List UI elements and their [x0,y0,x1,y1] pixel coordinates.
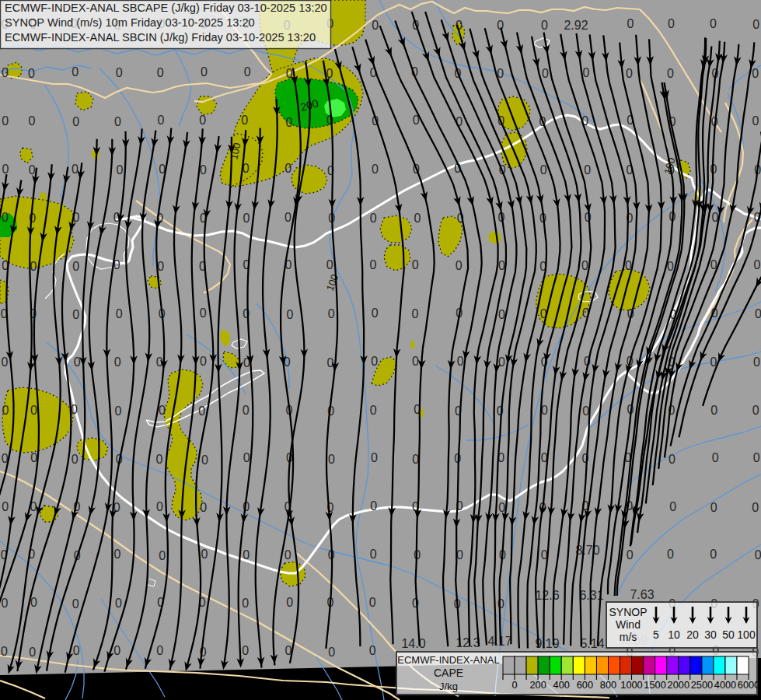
svg-text:0: 0 [712,451,719,464]
svg-text:0: 0 [113,644,120,657]
svg-text:50: 50 [722,628,735,641]
svg-text:0: 0 [668,17,675,30]
svg-text:0: 0 [328,646,335,659]
svg-text:0: 0 [198,404,205,418]
svg-text:0: 0 [72,597,79,611]
svg-text:0: 0 [411,307,418,320]
svg-text:0: 0 [155,453,162,466]
svg-text:0: 0 [582,66,589,79]
svg-text:0: 0 [72,453,79,466]
svg-text:1000: 1000 [620,679,642,691]
svg-text:0: 0 [627,17,634,30]
svg-text:0: 0 [201,65,208,79]
svg-text:0: 0 [752,501,759,514]
svg-text:0: 0 [456,259,463,272]
svg-text:0: 0 [28,114,35,128]
svg-text:0: 0 [542,67,549,80]
svg-text:0: 0 [113,548,120,561]
svg-text:0: 0 [201,453,208,467]
svg-text:0: 0 [412,258,419,271]
svg-text:2000: 2000 [668,679,689,691]
svg-text:ECMWF-INDEX-ANAL SBCAPE (J/kg): ECMWF-INDEX-ANAL SBCAPE (J/kg) Friday 03… [5,2,327,14]
svg-text:100: 100 [737,628,756,641]
svg-text:200: 200 [529,679,546,691]
svg-text:SYNOP Wind (m/s) 10m Friday 03: SYNOP Wind (m/s) 10m Friday 03-10-2025 1… [5,16,255,29]
svg-text:0: 0 [369,644,376,657]
svg-text:0: 0 [159,404,166,417]
svg-text:0: 0 [1,597,8,610]
svg-text:0: 0 [412,355,419,368]
svg-text:30: 30 [704,628,717,641]
svg-text:0: 0 [369,596,376,609]
svg-text:600: 600 [577,679,593,691]
svg-text:0: 0 [371,451,378,464]
svg-text:0: 0 [710,404,717,417]
svg-text:0: 0 [2,404,9,417]
svg-text:CAPE: CAPE [434,667,463,679]
svg-text:0: 0 [581,259,588,272]
svg-text:0: 0 [243,548,250,562]
svg-text:0: 0 [200,501,207,514]
svg-text:0: 0 [667,67,674,80]
svg-text:0: 0 [372,19,379,32]
svg-text:0: 0 [1,355,8,369]
svg-text:0: 0 [627,548,634,562]
svg-text:0: 0 [753,355,760,369]
svg-text:ECMWF-INDEX-ANAL SBCIN (J/kg): ECMWF-INDEX-ANAL SBCIN (J/kg) Friday 03-… [5,31,316,44]
svg-text:0: 0 [710,17,717,30]
svg-text:0: 0 [370,499,377,513]
svg-text:0: 0 [326,67,333,80]
svg-text:0: 0 [2,163,9,176]
svg-text:0: 0 [242,644,249,657]
svg-text:0: 0 [72,163,79,176]
svg-text:0: 0 [540,163,547,177]
svg-text:0: 0 [285,162,291,175]
svg-text:0: 0 [243,404,250,417]
svg-text:7.63: 7.63 [630,588,654,601]
svg-text:0: 0 [30,260,37,273]
svg-text:0: 0 [114,404,121,418]
svg-text:0: 0 [457,355,464,368]
svg-text:0: 0 [159,549,166,562]
svg-text:0: 0 [584,163,591,177]
svg-text:0: 0 [2,500,9,513]
svg-text:12.6: 12.6 [535,589,559,602]
svg-text:0: 0 [30,404,37,417]
svg-text:0: 0 [156,500,163,513]
svg-text:0: 0 [285,548,291,562]
svg-text:0: 0 [372,163,379,176]
svg-text:Wind: Wind [616,618,641,631]
svg-text:0: 0 [412,453,419,466]
svg-text:0: 0 [497,19,504,32]
svg-text:0: 0 [541,19,548,32]
svg-text:20: 20 [686,628,699,641]
svg-text:0: 0 [72,308,79,321]
svg-text:800: 800 [600,679,616,691]
svg-text:0: 0 [372,306,379,320]
svg-text:0: 0 [158,114,165,127]
svg-text:0: 0 [328,307,335,320]
svg-text:0: 0 [710,548,717,561]
svg-text:0: 0 [753,451,760,464]
svg-text:0: 0 [497,597,504,611]
svg-text:0: 0 [2,114,9,128]
svg-text:0: 0 [668,453,675,466]
svg-text:0: 0 [30,596,37,609]
svg-text:0: 0 [73,644,80,657]
svg-text:0: 0 [72,115,79,128]
svg-text:m/s: m/s [620,631,637,643]
svg-text:0: 0 [370,548,377,561]
svg-text:0: 0 [72,260,79,273]
svg-text:0: 0 [369,258,376,271]
svg-text:10: 10 [668,628,680,641]
svg-text:0: 0 [200,355,207,368]
svg-text:0: 0 [200,306,207,320]
svg-text:0: 0 [752,114,759,128]
svg-text:0: 0 [115,597,122,610]
svg-text:0: 0 [29,163,36,177]
svg-text:0: 0 [30,451,37,464]
svg-text:0: 0 [114,115,121,128]
svg-text:0: 0 [371,355,378,368]
svg-text:0: 0 [201,548,208,561]
svg-text:0: 0 [370,212,377,225]
